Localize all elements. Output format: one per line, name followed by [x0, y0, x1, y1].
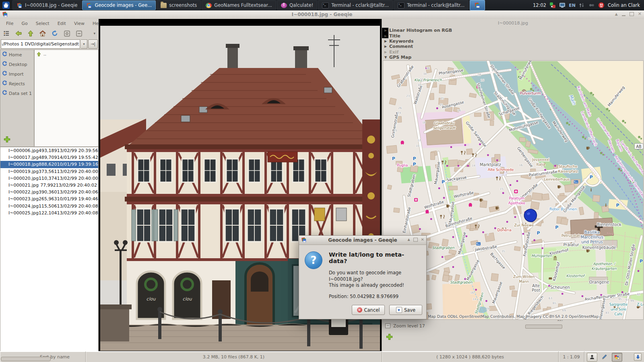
taskbar-item-1[interactable]: Geocode images - Gee... [82, 0, 156, 10]
color-management-button[interactable] [612, 353, 622, 362]
svg-text:P: P [616, 203, 619, 208]
section-linear-histogram-on-rgb[interactable]: ▶Linear Histogram on RGB [384, 28, 642, 33]
back-button[interactable] [14, 29, 23, 37]
add-map-point-button[interactable] [386, 333, 393, 341]
dialog-close-button[interactable]: ✕ [421, 237, 424, 242]
taskbar-item-4[interactable]: Qalculate! [277, 0, 317, 10]
tray-active-icon[interactable] [470, 0, 485, 10]
refresh-button[interactable] [50, 29, 59, 37]
file-size: 122,104 [39, 210, 57, 216]
keyboard-layout-indicator[interactable]: EN [569, 3, 576, 8]
view-mode-button[interactable] [2, 29, 11, 37]
file-list: I~000006.jpg493,18913/02/99 20:39:56I~00… [0, 147, 99, 360]
parking-icon: P [392, 156, 395, 161]
map-label: Apotheke [508, 201, 526, 205]
section-title[interactable]: ▶Title [384, 33, 642, 38]
cancel-button[interactable]: ✕ Cancel [352, 305, 385, 315]
section-exif[interactable]: ▶Exif [384, 49, 642, 55]
toolbar-overflow-caret[interactable]: ▾ [93, 31, 95, 35]
geeqie-hand-icon[interactable] [0, 0, 12, 10]
map-label: Stadtgraben [432, 246, 454, 250]
menu-view[interactable]: View [70, 20, 88, 27]
display-tray-icon[interactable] [559, 2, 566, 8]
clock[interactable]: 12:02 [533, 2, 546, 8]
menu-select[interactable]: Select [32, 20, 53, 27]
file-row[interactable]: I~000018.jpg888,62010/01/99 19:39:16 [0, 161, 98, 168]
dialog-maximize-button[interactable] [413, 238, 418, 242]
up-button[interactable] [26, 29, 35, 37]
sort-section[interactable]: Sort by name [0, 352, 85, 362]
add-bookmark-button[interactable] [4, 136, 10, 144]
map-label: 97 [625, 298, 629, 302]
dialog-rollup-button[interactable]: ▲ [407, 238, 410, 241]
taskbar-item-5[interactable]: Terminal - cclark@talltr... [318, 0, 393, 10]
zoom-level-bar[interactable]: − Zoom level 17 [383, 321, 643, 331]
image-info-section: ( 1280 x 1024 ) 888,620 bytes [382, 352, 558, 362]
sidebar-item-rejects[interactable]: Rejects [0, 79, 34, 88]
maximize-button[interactable] [630, 12, 634, 16]
file-row[interactable]: I~000006.jpg493,18913/02/99 20:39:56 [0, 147, 98, 154]
menu-go[interactable]: Go [18, 20, 31, 27]
file-row[interactable]: I~000017.jpg489,70914/01/99 19:55:42 [0, 154, 98, 161]
question-icon: ? [305, 251, 322, 269]
file-row[interactable]: I~000024.jpg115,50613/02/99 20:40:08 [0, 203, 98, 210]
path-input[interactable] [1, 41, 80, 47]
map-label: Bienenstock [597, 222, 621, 227]
taskbar-item-6[interactable]: Terminal - cclark@talltr... [394, 0, 469, 10]
map-label: 26 [398, 107, 402, 110]
sidebar-item-desktop[interactable]: Desktop [0, 60, 34, 69]
file-row[interactable]: I~000021.jpg77,99213/02/99 20:40:02 [0, 182, 98, 189]
home-button[interactable] [38, 29, 47, 37]
path-dropdown-button[interactable]: ▾ [81, 39, 87, 49]
taskbar-window-buttons: I~000018.jpg - GeeqieGeocode images - Ge… [12, 0, 469, 10]
file-size: 390,360 [39, 189, 57, 195]
bluetooth-tray-icon[interactable] [588, 2, 595, 8]
menu-edit[interactable]: Edit [54, 20, 70, 27]
collapse-icon[interactable]: − [385, 323, 390, 328]
network-arrows-tray-icon[interactable] [579, 2, 585, 8]
float-tools-button[interactable] [62, 29, 71, 37]
map-label: Alte [532, 284, 540, 288]
section-keywords[interactable]: ▶Keywords [384, 39, 642, 44]
sidebar-item-home[interactable]: Home [0, 50, 34, 60]
save-button[interactable]: Save [389, 305, 422, 315]
taskbar-item-3[interactable]: GeoNames Fulltextsear... [202, 0, 276, 10]
geeqie-dialog-icon [301, 237, 307, 243]
file-row[interactable]: I~000022.jpg390,36013/02/99 20:40:06 [0, 189, 98, 195]
file-row[interactable]: I~000020.jpg110,37413/02/99 20:40:00 [0, 175, 98, 182]
save-icon [396, 307, 402, 313]
file-row[interactable]: I~000025.jpg122,10413/02/99 20:40:08 [0, 210, 98, 216]
zoom-ratio[interactable]: 1 : 1.09 [563, 354, 580, 360]
section-comment[interactable]: ▶Comment [384, 44, 642, 49]
rollup-button[interactable]: ▲ [615, 12, 618, 16]
map-label: Orangerie [589, 280, 609, 284]
path-bar: ▾ →| [0, 39, 99, 49]
sidebar-item-data-set-1[interactable]: Data set 1 [0, 88, 34, 98]
file-row[interactable]: I~000019.jpg373,56113/02/99 20:40:00 [0, 168, 98, 175]
first-image-button[interactable] [587, 353, 597, 362]
notifications-tray-icon[interactable] [598, 2, 605, 8]
section-gps-map[interactable]: ▼GPS Map [384, 55, 642, 60]
menu-file[interactable]: File [2, 20, 17, 27]
taskbar-item-2[interactable]: screenshots [157, 0, 201, 10]
user-menu[interactable]: Colin an Clark [608, 2, 640, 8]
close-button[interactable]: ✕ [638, 11, 642, 16]
file-row[interactable]: I~000023.jpg265,96310/01/99 19:40:46 [0, 195, 98, 202]
sidebar-item-import[interactable]: Import [0, 69, 34, 79]
write-metadata-button[interactable] [634, 353, 642, 361]
folder-up-entry[interactable]: .. [35, 50, 98, 58]
map-label: 26 [481, 79, 484, 82]
window-titlebar[interactable]: I~000018.jpg - Geeqie ▲ ✕ [0, 10, 644, 19]
bed-icon [574, 180, 578, 183]
path-jump-button[interactable]: →| [88, 39, 98, 49]
taskbar-item-0[interactable]: I~000018.jpg - Geeqie [12, 0, 81, 10]
hide-tools-button[interactable] [74, 29, 83, 37]
sidebar-filename: I~000018.jpg [382, 21, 644, 26]
dialog-titlebar[interactable]: Geocode images - Geeqie ▲ ✕ [299, 236, 426, 245]
file-date: 13/02/99 20:39:56 [57, 148, 99, 153]
edit-pen-button[interactable] [599, 353, 610, 362]
minimize-button[interactable] [622, 12, 625, 16]
zoom-ratio-section[interactable]: 1 : 1.09 [558, 352, 584, 362]
updates-tray-icon[interactable] [549, 2, 556, 8]
map-label: Zum Wilden [513, 275, 535, 279]
